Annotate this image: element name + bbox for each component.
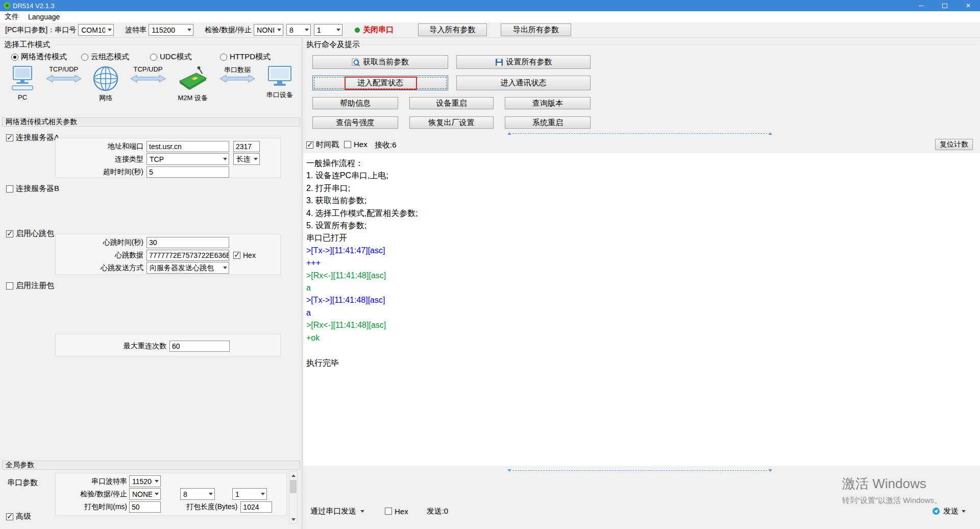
heartbeat-checkbox[interactable] xyxy=(6,230,13,237)
conn-type-label: 连接类型 xyxy=(56,155,143,164)
server-b-checkbox[interactable] xyxy=(6,185,13,193)
register-checkbox[interactable] xyxy=(6,282,13,290)
server-b-row: 连接服务器B xyxy=(6,184,59,194)
link2-label: TCP/UDP xyxy=(133,65,162,75)
send-via-select[interactable]: 通过串口发送 xyxy=(307,506,368,517)
scroll-up-icon[interactable] xyxy=(289,471,297,479)
radio-net-transparent[interactable] xyxy=(11,54,18,61)
global-parity-select[interactable]: NONE xyxy=(129,488,161,500)
enter-comm-button[interactable]: 进入通讯状态 xyxy=(456,76,591,90)
enter-config-button[interactable]: 进入配置状态 xyxy=(312,76,448,90)
m2m-device-icon xyxy=(177,65,209,92)
com-port-select[interactable]: COM10 xyxy=(78,24,114,36)
stopbits-select[interactable]: 1 xyxy=(314,24,342,36)
timeout-input[interactable]: 5 xyxy=(146,166,229,178)
net-params-header[interactable]: 网络透传模式相关参数 xyxy=(2,117,300,127)
conn-mode-select[interactable]: 长连 xyxy=(233,153,260,165)
rx-count: 接收:6 xyxy=(375,140,397,150)
magnifier-icon xyxy=(352,58,360,66)
dropdown-arrow-icon xyxy=(261,493,265,495)
log-line: >[Tx->][11:41:48][asc] xyxy=(306,294,977,306)
global-baud-select[interactable]: 115200 xyxy=(129,475,161,487)
hb-time-input[interactable]: 30 xyxy=(146,237,229,248)
rx-hex-checkbox[interactable] xyxy=(344,141,351,148)
pack-len-input[interactable]: 1024 xyxy=(240,501,272,513)
export-params-button[interactable]: 导出所有参数 xyxy=(501,23,571,36)
hb-data-input[interactable]: 7777772E7573722E636E xyxy=(146,250,229,261)
dropdown-arrow-icon xyxy=(305,29,309,31)
send-button[interactable]: 发送 xyxy=(929,505,969,518)
serial-port-label: [PC串口参数]：串口号 xyxy=(5,26,76,35)
global-databits-select[interactable]: 8 xyxy=(180,488,215,500)
left-panel: 选择工作模式 网络透传模式 云组态模式 UDC模式 HTTPD模式 xyxy=(2,38,301,529)
set-params-button[interactable]: 设置所有参数 xyxy=(456,55,591,69)
server-address-input[interactable]: test.usr.cn xyxy=(146,141,229,152)
advanced-checkbox[interactable] xyxy=(6,513,13,520)
conn-type-select[interactable]: TCP xyxy=(146,153,229,165)
get-params-button[interactable]: 获取当前参数 xyxy=(312,55,448,69)
maximize-button[interactable] xyxy=(933,0,957,11)
radio-cloud-mode[interactable] xyxy=(81,54,88,61)
addr-port-label: 地址和端口 xyxy=(56,142,143,151)
double-arrow-icon xyxy=(130,75,166,83)
network-label: 网络 xyxy=(99,93,112,103)
import-params-button[interactable]: 导入所有参数 xyxy=(418,23,487,36)
send-icon xyxy=(932,507,940,515)
menu-language[interactable]: Language xyxy=(23,13,64,21)
hb-time-label: 心跳时间(秒) xyxy=(56,238,143,247)
monitor-icon xyxy=(267,65,292,89)
link3-label: 串口数据 xyxy=(224,65,251,75)
radio-label: HTTPD模式 xyxy=(230,52,271,62)
left-panel-scrollbar[interactable] xyxy=(289,471,298,524)
global-baud-label: 串口波特率 xyxy=(56,477,127,486)
dropdown-arrow-icon xyxy=(336,29,340,31)
global-stopbits-select[interactable]: 1 xyxy=(232,488,267,500)
radio-httpd-mode[interactable] xyxy=(220,54,227,61)
minimize-button[interactable] xyxy=(910,0,933,11)
parity-select[interactable]: NONI xyxy=(254,24,283,36)
server-port-input[interactable]: 2317 xyxy=(233,141,260,152)
reset-count-button[interactable]: 复位计数 xyxy=(935,139,973,150)
diagram-link1: TCP/UDP xyxy=(46,65,82,83)
hb-mode-select[interactable]: 向服务器发送心跳包 xyxy=(146,262,229,274)
work-mode-radio-row: 网络透传模式 云组态模式 UDC模式 HTTPD模式 xyxy=(11,52,293,62)
scroll-down-icon[interactable] xyxy=(289,515,297,523)
log-collapse-splitter-bottom[interactable] xyxy=(506,468,773,473)
radio-udc-mode[interactable] xyxy=(150,54,157,61)
titlebar: DR514 V2.1.3 ✕ xyxy=(0,0,980,11)
max-reconnect-input[interactable]: 60 xyxy=(169,341,230,352)
collapse-arrow-icon xyxy=(768,132,772,135)
close-serial-button[interactable]: 关闭串口 xyxy=(351,23,398,36)
log-line: +ok xyxy=(306,332,977,344)
window-title: DR514 V2.1.3 xyxy=(13,2,55,10)
radio-label: UDC模式 xyxy=(160,52,192,62)
windows-activation-watermark: 激活 Windows 转到“设置”以激活 Windows。 xyxy=(842,475,942,506)
menu-file[interactable]: 文件 xyxy=(0,12,23,21)
query-version-button[interactable]: 查询版本 xyxy=(505,97,591,109)
help-button[interactable]: 帮助信息 xyxy=(312,97,398,109)
close-button[interactable]: ✕ xyxy=(957,0,980,11)
log-collapse-splitter-top[interactable] xyxy=(506,131,773,136)
server-a-checkbox[interactable] xyxy=(6,134,13,141)
pack-time-input[interactable]: 50 xyxy=(129,501,161,513)
timestamp-checkbox[interactable] xyxy=(306,141,313,149)
dropdown-arrow-icon xyxy=(962,510,966,513)
tx-hex-checkbox[interactable] xyxy=(385,508,392,515)
device-reboot-button[interactable]: 设备重启 xyxy=(409,97,494,109)
system-reboot-button[interactable]: 系统重启 xyxy=(505,116,591,129)
receive-log-area[interactable]: 一般操作流程：1. 设备连PC串口,上电;2. 打开串口;3. 获取当前参数;4… xyxy=(303,153,980,466)
log-line: 一般操作流程： xyxy=(306,157,977,170)
factory-reset-button[interactable]: 恢复出厂设置 xyxy=(409,116,494,129)
timestamp-row: 时间戳 xyxy=(306,140,339,150)
databits-select[interactable]: 8 xyxy=(286,24,311,36)
baud-select[interactable]: 115200 xyxy=(149,24,193,36)
register-row: 启用注册包 xyxy=(6,281,54,291)
scrollbar-thumb[interactable] xyxy=(290,480,297,493)
query-signal-button[interactable]: 查信号强度 xyxy=(312,116,398,129)
log-line: >[Tx->][11:41:47][asc] xyxy=(306,245,977,257)
global-params-header[interactable]: 全局参数 xyxy=(2,461,300,470)
diagram-serial-device-node: 串口设备 xyxy=(266,65,293,100)
radio-row-item: 网络透传模式 xyxy=(11,52,81,62)
hb-hex-checkbox[interactable] xyxy=(233,252,240,259)
dropdown-arrow-icon xyxy=(155,493,159,495)
